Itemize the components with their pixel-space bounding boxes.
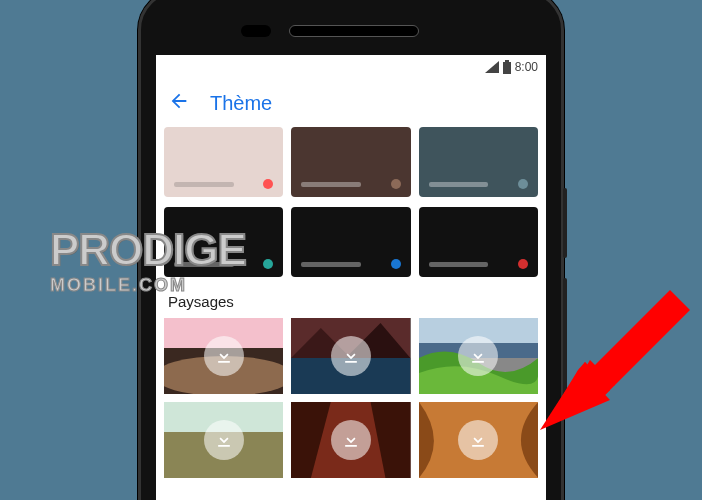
page-title: Thème (210, 92, 272, 115)
download-button[interactable] (331, 336, 371, 376)
svg-marker-0 (485, 61, 499, 73)
swatch-bar (174, 262, 234, 267)
swatch-dot (518, 179, 528, 189)
phone-camera (241, 25, 271, 37)
download-button[interactable] (331, 420, 371, 460)
section-title-landscapes: Paysages (164, 287, 538, 318)
download-icon (214, 430, 234, 450)
phone-button-power (563, 188, 567, 258)
swatch-bar (301, 262, 361, 267)
svg-rect-1 (505, 60, 509, 62)
svg-marker-18 (580, 290, 690, 400)
theme-swatch[interactable] (164, 207, 283, 277)
landscape-thumb[interactable] (164, 318, 283, 394)
download-button[interactable] (204, 336, 244, 376)
theme-swatch[interactable] (291, 127, 410, 197)
swatch-dot (263, 259, 273, 269)
swatch-dot (263, 179, 273, 189)
landscape-thumb[interactable] (291, 318, 410, 394)
phone-button-volume (563, 278, 567, 398)
phone-frame: 8:00 Thème (138, 0, 564, 500)
download-button[interactable] (204, 420, 244, 460)
download-icon (214, 346, 234, 366)
landscape-thumb[interactable] (164, 402, 283, 478)
phone-screen: 8:00 Thème (156, 55, 546, 500)
download-icon (468, 430, 488, 450)
download-icon (341, 430, 361, 450)
download-icon (341, 346, 361, 366)
app-bar: Thème (156, 79, 546, 127)
landscape-thumb[interactable] (419, 318, 538, 394)
landscape-row-1 (164, 318, 538, 394)
landscape-row-2 (164, 402, 538, 478)
download-button[interactable] (458, 420, 498, 460)
battery-icon (503, 60, 511, 74)
swatch-bar (429, 182, 489, 187)
landscape-thumb[interactable] (291, 402, 410, 478)
theme-row-1 (164, 127, 538, 197)
svg-rect-2 (503, 62, 511, 74)
status-time: 8:00 (515, 60, 538, 74)
theme-swatch[interactable] (419, 127, 538, 197)
signal-icon (485, 61, 499, 73)
theme-swatch[interactable] (164, 127, 283, 197)
svg-marker-19 (560, 360, 615, 410)
phone-bezel-top (141, 0, 561, 61)
theme-swatch[interactable] (291, 207, 410, 277)
download-icon (468, 346, 488, 366)
arrow-left-icon (168, 90, 190, 112)
swatch-dot (518, 259, 528, 269)
theme-swatch[interactable] (419, 207, 538, 277)
swatch-bar (429, 262, 489, 267)
download-button[interactable] (458, 336, 498, 376)
swatch-dot (391, 259, 401, 269)
swatch-dot (391, 179, 401, 189)
phone-speaker (289, 25, 419, 37)
status-bar: 8:00 (156, 55, 546, 79)
theme-row-2 (164, 207, 538, 277)
landscape-thumb[interactable] (419, 402, 538, 478)
back-button[interactable] (168, 90, 190, 116)
swatch-bar (174, 182, 234, 187)
swatch-bar (301, 182, 361, 187)
content-area: Paysages (156, 127, 546, 478)
